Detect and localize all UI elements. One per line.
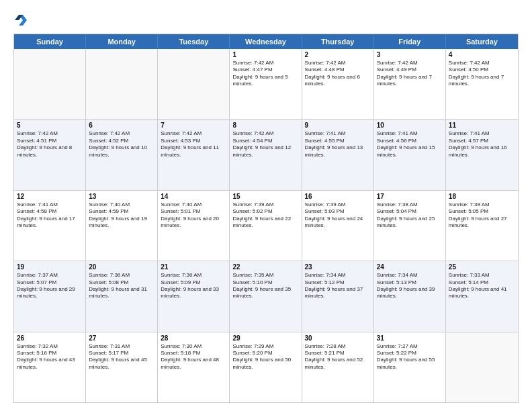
day-number: 2 (305, 51, 371, 58)
calendar-cell (446, 332, 518, 402)
calendar-cell: 3Sunrise: 7:42 AM Sunset: 4:49 PM Daylig… (374, 49, 446, 119)
calendar-cell: 18Sunrise: 7:38 AM Sunset: 5:05 PM Dayli… (446, 191, 518, 261)
cell-text: Sunrise: 7:39 AM Sunset: 5:02 PM Dayligh… (232, 201, 298, 230)
cell-text: Sunrise: 7:36 AM Sunset: 5:08 PM Dayligh… (89, 272, 154, 300)
day-number: 31 (377, 334, 443, 342)
calendar-cell: 12Sunrise: 7:41 AM Sunset: 4:58 PM Dayli… (14, 191, 86, 261)
page: SundayMondayTuesdayWednesdayThursdayFrid… (0, 0, 532, 411)
weekday-header: Wednesday (230, 34, 302, 49)
calendar-cell: 15Sunrise: 7:39 AM Sunset: 5:02 PM Dayli… (230, 191, 302, 261)
logo-text (13, 12, 30, 27)
calendar-cell: 14Sunrise: 7:40 AM Sunset: 5:01 PM Dayli… (158, 191, 230, 261)
day-number: 9 (305, 122, 371, 129)
cell-text: Sunrise: 7:27 AM Sunset: 5:22 PM Dayligh… (377, 343, 443, 371)
calendar-cell: 25Sunrise: 7:33 AM Sunset: 5:14 PM Dayli… (446, 261, 518, 331)
calendar-cell: 6Sunrise: 7:42 AM Sunset: 4:52 PM Daylig… (86, 120, 158, 189)
weekday-header: Tuesday (158, 34, 230, 49)
cell-text: Sunrise: 7:38 AM Sunset: 5:04 PM Dayligh… (377, 201, 443, 230)
calendar-cell: 28Sunrise: 7:30 AM Sunset: 5:18 PM Dayli… (158, 332, 230, 402)
logo-icon (13, 12, 28, 27)
cell-text: Sunrise: 7:42 AM Sunset: 4:49 PM Dayligh… (377, 60, 443, 88)
calendar-cell: 9Sunrise: 7:41 AM Sunset: 4:55 PM Daylig… (302, 120, 374, 189)
cell-text: Sunrise: 7:34 AM Sunset: 5:12 PM Dayligh… (305, 272, 371, 300)
cell-text: Sunrise: 7:41 AM Sunset: 4:55 PM Dayligh… (305, 130, 371, 158)
weekday-header: Saturday (446, 34, 518, 49)
day-number: 5 (17, 122, 83, 129)
day-number: 16 (305, 193, 371, 200)
calendar-cell: 10Sunrise: 7:41 AM Sunset: 4:56 PM Dayli… (374, 120, 446, 189)
cell-text: Sunrise: 7:40 AM Sunset: 5:01 PM Dayligh… (161, 201, 226, 230)
weekday-header: Monday (86, 34, 158, 49)
day-number: 1 (232, 51, 298, 58)
cell-text: Sunrise: 7:33 AM Sunset: 5:14 PM Dayligh… (449, 272, 515, 300)
day-number: 8 (232, 122, 298, 129)
day-number: 12 (17, 193, 83, 200)
day-number: 27 (89, 334, 154, 342)
calendar-row: 19Sunrise: 7:37 AM Sunset: 5:07 PM Dayli… (14, 261, 518, 332)
calendar-cell: 4Sunrise: 7:42 AM Sunset: 4:50 PM Daylig… (446, 49, 518, 119)
day-number: 18 (449, 193, 515, 200)
cell-text: Sunrise: 7:41 AM Sunset: 4:57 PM Dayligh… (449, 130, 515, 158)
cell-text: Sunrise: 7:42 AM Sunset: 4:54 PM Dayligh… (232, 130, 298, 158)
calendar-cell (158, 49, 230, 119)
day-number: 6 (89, 122, 154, 129)
calendar-cell: 27Sunrise: 7:31 AM Sunset: 5:17 PM Dayli… (86, 332, 158, 402)
cell-text: Sunrise: 7:34 AM Sunset: 5:13 PM Dayligh… (377, 272, 443, 300)
cell-text: Sunrise: 7:37 AM Sunset: 5:07 PM Dayligh… (17, 272, 83, 300)
calendar-cell: 1Sunrise: 7:42 AM Sunset: 4:47 PM Daylig… (230, 49, 302, 119)
day-number: 20 (89, 263, 154, 271)
cell-text: Sunrise: 7:42 AM Sunset: 4:52 PM Dayligh… (89, 130, 154, 158)
cell-text: Sunrise: 7:32 AM Sunset: 5:16 PM Dayligh… (17, 343, 83, 371)
calendar-cell (86, 49, 158, 119)
cell-text: Sunrise: 7:42 AM Sunset: 4:47 PM Dayligh… (232, 60, 298, 88)
calendar-row: 5Sunrise: 7:42 AM Sunset: 4:51 PM Daylig… (14, 120, 518, 190)
calendar-body: 1Sunrise: 7:42 AM Sunset: 4:47 PM Daylig… (14, 49, 518, 402)
cell-text: Sunrise: 7:39 AM Sunset: 5:03 PM Dayligh… (305, 201, 371, 230)
day-number: 30 (305, 334, 371, 342)
calendar-cell: 26Sunrise: 7:32 AM Sunset: 5:16 PM Dayli… (14, 332, 86, 402)
day-number: 24 (377, 263, 443, 271)
calendar-cell: 29Sunrise: 7:29 AM Sunset: 5:20 PM Dayli… (230, 332, 302, 402)
weekday-header: Thursday (302, 34, 374, 49)
calendar: SundayMondayTuesdayWednesdayThursdayFrid… (13, 34, 519, 403)
cell-text: Sunrise: 7:42 AM Sunset: 4:48 PM Dayligh… (305, 60, 371, 88)
calendar-header: SundayMondayTuesdayWednesdayThursdayFrid… (14, 34, 518, 49)
calendar-cell: 19Sunrise: 7:37 AM Sunset: 5:07 PM Dayli… (14, 261, 86, 331)
calendar-cell: 5Sunrise: 7:42 AM Sunset: 4:51 PM Daylig… (14, 120, 86, 189)
calendar-cell: 22Sunrise: 7:35 AM Sunset: 5:10 PM Dayli… (230, 261, 302, 331)
calendar-cell: 17Sunrise: 7:38 AM Sunset: 5:04 PM Dayli… (374, 191, 446, 261)
cell-text: Sunrise: 7:41 AM Sunset: 4:56 PM Dayligh… (377, 130, 443, 158)
cell-text: Sunrise: 7:38 AM Sunset: 5:05 PM Dayligh… (449, 201, 515, 230)
cell-text: Sunrise: 7:30 AM Sunset: 5:18 PM Dayligh… (161, 343, 226, 371)
day-number: 14 (161, 193, 226, 200)
cell-text: Sunrise: 7:35 AM Sunset: 5:10 PM Dayligh… (232, 272, 298, 300)
calendar-row: 1Sunrise: 7:42 AM Sunset: 4:47 PM Daylig… (14, 49, 518, 120)
calendar-cell: 7Sunrise: 7:42 AM Sunset: 4:53 PM Daylig… (158, 120, 230, 189)
day-number: 22 (232, 263, 298, 271)
day-number: 29 (232, 334, 298, 342)
calendar-cell: 8Sunrise: 7:42 AM Sunset: 4:54 PM Daylig… (230, 120, 302, 189)
day-number: 19 (17, 263, 83, 271)
day-number: 15 (232, 193, 298, 200)
weekday-header: Sunday (14, 34, 86, 49)
day-number: 11 (449, 122, 515, 129)
day-number: 26 (17, 334, 83, 342)
cell-text: Sunrise: 7:42 AM Sunset: 4:51 PM Dayligh… (17, 130, 83, 158)
calendar-cell: 23Sunrise: 7:34 AM Sunset: 5:12 PM Dayli… (302, 261, 374, 331)
day-number: 4 (449, 51, 515, 58)
calendar-cell: 16Sunrise: 7:39 AM Sunset: 5:03 PM Dayli… (302, 191, 374, 261)
calendar-cell: 11Sunrise: 7:41 AM Sunset: 4:57 PM Dayli… (446, 120, 518, 189)
header (13, 12, 519, 27)
cell-text: Sunrise: 7:40 AM Sunset: 4:59 PM Dayligh… (89, 201, 154, 230)
cell-text: Sunrise: 7:29 AM Sunset: 5:20 PM Dayligh… (232, 343, 298, 371)
cell-text: Sunrise: 7:31 AM Sunset: 5:17 PM Dayligh… (89, 343, 154, 371)
day-number: 13 (89, 193, 154, 200)
cell-text: Sunrise: 7:42 AM Sunset: 4:50 PM Dayligh… (449, 60, 515, 88)
day-number: 3 (377, 51, 443, 58)
day-number: 28 (161, 334, 226, 342)
cell-text: Sunrise: 7:36 AM Sunset: 5:09 PM Dayligh… (161, 272, 226, 300)
cell-text: Sunrise: 7:42 AM Sunset: 4:53 PM Dayligh… (161, 130, 226, 158)
day-number: 21 (161, 263, 226, 271)
weekday-header: Friday (374, 34, 446, 49)
calendar-cell: 20Sunrise: 7:36 AM Sunset: 5:08 PM Dayli… (86, 261, 158, 331)
